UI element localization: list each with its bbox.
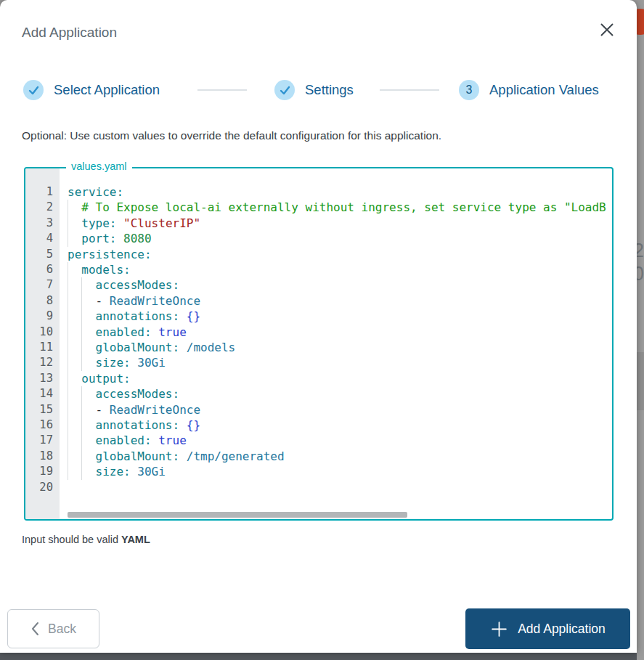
- indent-guide: [68, 293, 68, 309]
- add-application-button[interactable]: Add Application: [465, 608, 630, 649]
- code-line: - ReadWriteOnce: [60, 293, 612, 309]
- indent-guide: [68, 200, 68, 215]
- code-line: size: 30Gi: [60, 464, 612, 479]
- indent-guide: [68, 464, 68, 479]
- code-line: globalMount: /tmp/generated: [60, 449, 612, 464]
- indent-guide: [68, 277, 68, 293]
- optional-description: Optional: Use custom values to override …: [22, 129, 441, 142]
- code-line: annotations: {}: [60, 309, 612, 324]
- indent-guide: [81, 449, 82, 464]
- indent-guide: [68, 417, 68, 433]
- line-number: 16: [25, 417, 60, 433]
- indent-guide: [68, 231, 68, 246]
- line-number: 12: [25, 355, 60, 370]
- line-number: 5: [25, 247, 60, 262]
- code-line: service:: [60, 184, 612, 200]
- line-number: 19: [25, 464, 60, 479]
- code-line: enabled: true: [60, 433, 612, 448]
- indent-guide: [68, 216, 68, 231]
- line-number: 9: [25, 309, 60, 324]
- step-label-application-values: Application Values: [489, 82, 599, 98]
- indent-guide: [81, 325, 82, 340]
- code-line: persistence:: [60, 247, 612, 262]
- indent-guide: [81, 417, 82, 433]
- line-number: 15: [25, 402, 60, 417]
- plus-icon: [490, 620, 508, 638]
- line-number: 2: [25, 200, 60, 215]
- code-line: models:: [60, 262, 612, 277]
- line-number: 10: [25, 325, 60, 340]
- indent-guide: [68, 309, 68, 324]
- code-editor-area[interactable]: service: # To Expose local-ai externally…: [60, 168, 612, 519]
- add-application-modal: Add Application Select Application Setti…: [0, 0, 637, 653]
- indent-guide: [81, 464, 82, 479]
- check-icon: [280, 86, 290, 95]
- line-number: 6: [25, 262, 60, 277]
- code-line: annotations: {}: [60, 417, 612, 433]
- step-indicator-settings: [274, 80, 295, 100]
- indent-guide: [68, 449, 68, 464]
- indent-guide: [81, 340, 82, 355]
- line-number: 3: [25, 216, 60, 231]
- background-content-block: [637, 352, 644, 410]
- indent-guide: [81, 386, 82, 402]
- code-line: enabled: true: [60, 325, 612, 340]
- indent-guide: [68, 262, 68, 277]
- step-indicator-select-application: [23, 80, 44, 100]
- line-number: 14: [25, 386, 60, 402]
- line-number: 1: [25, 184, 60, 200]
- step-number: 3: [466, 83, 473, 97]
- check-icon: [28, 86, 39, 95]
- line-number: 17: [25, 433, 60, 448]
- close-button[interactable]: [595, 19, 619, 42]
- line-number: 7: [25, 277, 60, 293]
- line-number: 18: [25, 449, 60, 464]
- step-indicator-application-values: 3: [459, 80, 479, 100]
- indent-guide: [81, 433, 82, 448]
- step-connector: [197, 89, 247, 91]
- step-label-select-application: Select Application: [54, 82, 160, 98]
- line-number: 4: [25, 231, 60, 246]
- indent-guide: [81, 355, 82, 370]
- step-label-settings: Settings: [305, 82, 354, 98]
- indent-guide: [81, 309, 82, 324]
- indent-guide: [81, 277, 82, 293]
- line-number: 20: [25, 480, 60, 495]
- indent-guide: [68, 386, 68, 402]
- line-number: 8: [25, 293, 60, 309]
- back-button-label: Back: [48, 622, 76, 637]
- indent-guide: [68, 402, 68, 417]
- add-application-button-label: Add Application: [518, 622, 606, 637]
- validation-hint: Input should be valid YAML: [22, 534, 150, 545]
- code-line: port: 8080: [60, 231, 612, 246]
- code-line: globalMount: /models: [60, 340, 612, 355]
- code-line: output:: [60, 371, 612, 386]
- indent-guide: [68, 433, 68, 448]
- modal-title: Add Application: [22, 25, 117, 41]
- code-line: [60, 480, 612, 495]
- indent-guide: [68, 371, 68, 386]
- horizontal-scrollbar[interactable]: [68, 512, 407, 518]
- values-yaml-editor: values.yaml 1234567891011121314151617181…: [24, 167, 614, 521]
- code-line: accessModes:: [60, 277, 612, 293]
- code-line: - ReadWriteOnce: [60, 402, 612, 417]
- code-line: # To Expose local-ai externally without …: [60, 200, 612, 215]
- code-line: type: "ClusterIP": [60, 216, 612, 231]
- code-line: size: 30Gi: [60, 355, 612, 370]
- close-icon: [599, 22, 615, 38]
- line-number-gutter: 1234567891011121314151617181920: [25, 168, 60, 519]
- indent-guide: [81, 293, 82, 309]
- indent-guide: [68, 325, 68, 340]
- step-connector: [380, 89, 439, 91]
- chevron-left-icon: [30, 622, 39, 636]
- indent-guide: [81, 402, 82, 417]
- back-button[interactable]: Back: [7, 609, 99, 648]
- line-number: 13: [25, 371, 60, 386]
- line-number: 11: [25, 340, 60, 355]
- background-footer-strip: [0, 653, 637, 660]
- code-line: accessModes:: [60, 386, 612, 402]
- indent-guide: [68, 355, 68, 370]
- indent-guide: [68, 340, 68, 355]
